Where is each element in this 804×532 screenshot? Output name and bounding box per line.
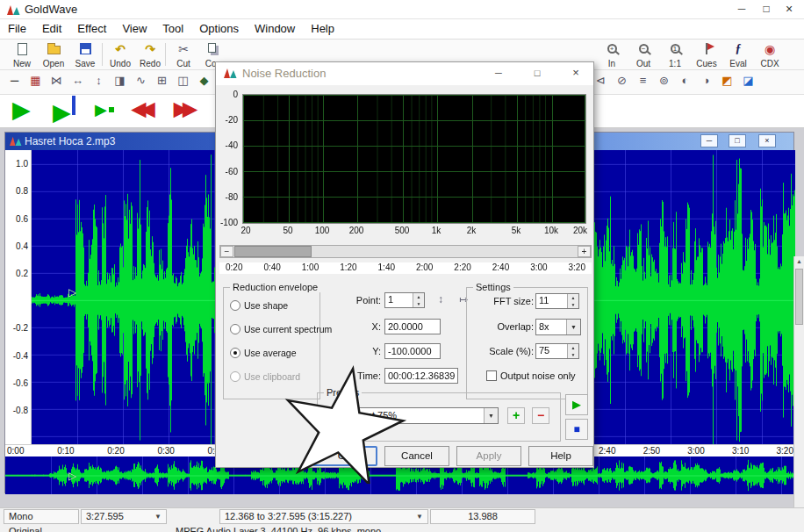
scrollbar-thumb[interactable] [234,246,312,257]
reverse-icon[interactable]: ⊘ [614,74,629,87]
spin-down-icon[interactable]: ▼ [568,351,578,358]
selection-status[interactable]: 12.368 to 3:27.595 (3:15.227)▼ [219,509,428,524]
filter-low-icon[interactable]: ◐ [678,74,693,87]
overlap-dropdown[interactable]: 8x ▼ [535,319,581,335]
scroll-plus-icon[interactable]: + [578,246,591,257]
cut-button[interactable]: ✂ Cut [169,41,198,68]
spin-up-icon[interactable]: ▲ [413,293,424,300]
save-button[interactable]: Save [70,41,100,68]
preset-delete-icon[interactable]: − [532,407,549,424]
ok-button[interactable]: OK [312,446,377,466]
pitch-icon[interactable]: ◆ [197,74,212,87]
menu-item[interactable]: Effect [69,19,114,39]
play-all-icon[interactable]: ▶ [12,96,31,124]
zoom-out-button[interactable]: − Out [628,41,658,68]
fft-size-spinner[interactable]: 11 ▲▼ [535,293,579,309]
offset-icon[interactable]: ≡ [635,74,650,87]
doc-maximize-icon[interactable]: □ [729,134,746,147]
doppler-icon[interactable]: ⊚ [657,74,671,87]
fast-forward-icon[interactable]: ▶▶ [174,98,197,119]
overview-marker-icon[interactable]: ▷ [68,470,76,482]
scroll-minus-icon[interactable]: − [220,246,233,257]
dropdown-arrow-icon[interactable]: ▼ [416,510,423,523]
menu-item[interactable]: File [0,19,34,39]
doc-close-icon[interactable]: × [758,134,776,147]
playback-rate-icon[interactable]: ⊲ [593,74,608,87]
noise-gate-icon[interactable]: ◩ [720,74,735,87]
preview-stop-button[interactable]: ■ [565,419,588,440]
cancel-button[interactable]: Cancel [384,446,449,466]
menu-item[interactable]: Help [303,19,342,39]
length-status[interactable]: 3:27.595▼ [81,509,167,524]
new-button[interactable]: New [7,41,37,68]
spin-up-icon[interactable]: ▲ [568,344,578,351]
playback-marker-icon[interactable]: ▷ [68,286,76,298]
play-selection-icon[interactable]: ▶ [53,96,75,126]
radio-selected-icon[interactable] [230,348,240,358]
zoom-in-button[interactable]: + In [597,41,627,68]
menu-item[interactable]: View [114,19,154,39]
scale-spinner[interactable]: 75 ▲▼ [535,343,579,359]
spectrum-filter-icon[interactable]: ◪ [741,74,756,87]
doc-minimize-icon[interactable]: ─ [700,134,718,147]
dropdown-arrow-icon[interactable]: ▼ [484,408,498,423]
spectrum-scrollbar[interactable]: − + [219,245,592,258]
preset-dropdown[interactable]: Average at 75% ▼ [325,407,499,424]
cdx-button[interactable]: ◉ CDX [755,41,785,68]
insert-silence-icon[interactable]: ⊞ [154,74,169,87]
quality-status[interactable]: Original [9,525,42,532]
radio-use-average[interactable]: Use average [230,348,297,358]
minimize-icon[interactable]: ─ [730,0,753,18]
redo-button[interactable]: ↷ Redo [135,41,165,68]
spectrum-plot[interactable] [242,94,586,224]
wave-effect-icon[interactable]: ∿ [133,74,148,87]
radio-icon[interactable] [230,300,240,311]
scroll-up-icon[interactable]: ▲ [794,258,804,264]
menu-item[interactable]: Edit [34,19,69,39]
dialog-title-bar[interactable]: Noise Reduction ─ □ × [216,62,593,85]
matrix-icon[interactable]: ▦ [28,74,43,87]
point-spinner[interactable]: 1 ▲▼ [384,292,425,308]
preview-play-button[interactable]: ▶ [565,394,588,415]
filter-high-icon[interactable]: ◑ [699,74,714,87]
rewind-icon[interactable]: ◀◀ [132,98,154,119]
dialog-maximize-icon[interactable]: □ [525,64,549,83]
spin-up-icon[interactable]: ▲ [568,294,578,301]
cues-button[interactable]: Cues [692,41,721,68]
flatten-icon[interactable]: ─ [7,74,22,87]
spin-down-icon[interactable]: ▼ [413,300,424,307]
play-loop-icon[interactable]: ▶ [95,100,114,119]
stretch-icon[interactable]: ↔ [70,74,85,87]
channel-mixer-icon[interactable]: ◫ [176,74,190,87]
zoom-1-1-button[interactable]: 1 1:1 [660,41,690,68]
spin-down-icon[interactable]: ▼ [568,301,578,308]
time-field[interactable] [384,368,458,384]
vertical-scrollbar[interactable]: ▲ ▼ [793,256,804,532]
point-move-icon[interactable]: ↕ [432,292,449,309]
y-field[interactable] [384,343,441,359]
preset-add-icon[interactable]: + [507,407,525,424]
eval-button[interactable]: ƒ Eval [723,41,753,68]
help-button[interactable]: Help [528,446,593,466]
scrollbar-thumb[interactable] [795,269,803,325]
time-label: 2:50 [643,446,660,456]
dialog-close-icon[interactable]: × [564,64,588,83]
menu-item[interactable]: Options [191,19,247,39]
open-button[interactable]: Open [39,41,68,68]
radio-use-shape[interactable]: Use shape [230,300,288,311]
volume-shape-icon[interactable]: ↕ [91,74,106,87]
undo-button[interactable]: ↶ Undo [105,41,135,68]
radio-icon[interactable] [230,324,240,334]
menu-item[interactable]: Tool [154,19,191,39]
radio-use-current-spectrum[interactable]: Use current spectrum [230,324,332,334]
x-field[interactable] [384,319,441,334]
dialog-minimize-icon[interactable]: ─ [486,64,511,83]
output-noise-only-checkbox[interactable] [486,370,497,381]
fade-icon[interactable]: ◨ [112,74,127,87]
crossfade-icon[interactable]: ⋈ [49,74,64,87]
dropdown-arrow-icon[interactable]: ▼ [154,510,162,523]
menu-item[interactable]: Window [247,19,303,39]
dropdown-arrow-icon[interactable]: ▼ [566,320,580,334]
maximize-icon[interactable]: □ [755,0,778,18]
close-icon[interactable]: × [778,0,800,18]
